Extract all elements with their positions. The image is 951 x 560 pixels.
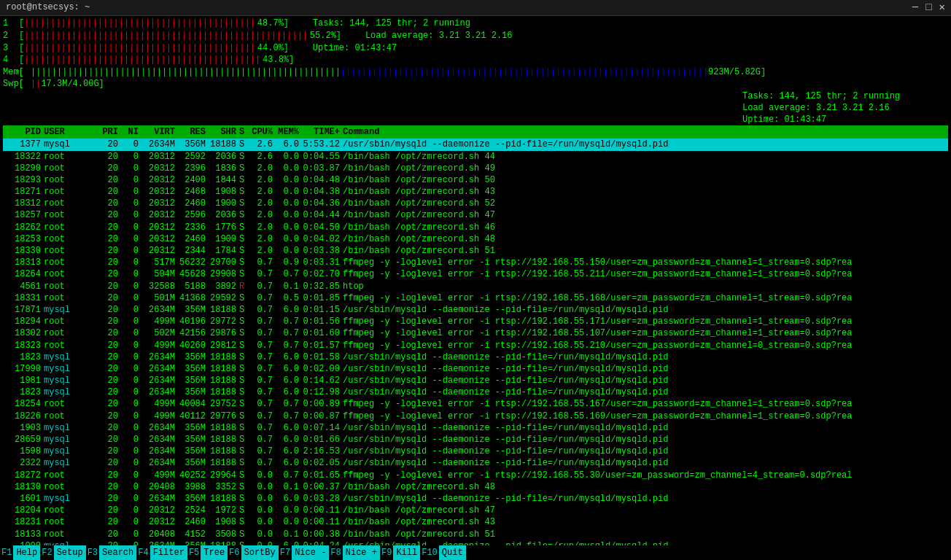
table-row[interactable]: 1823mysql2002634M356M18188S0.76.00:12.98…	[3, 386, 948, 398]
bottom-key-tree[interactable]: F5Tree	[187, 545, 228, 560]
proc-ni: 0	[121, 233, 141, 245]
minimize-button[interactable]: ─	[912, 1, 918, 15]
proc-shr: 18188	[209, 351, 239, 363]
table-row[interactable]: 18294root200499M4019629772S0.70.70:01.56…	[3, 316, 948, 327]
table-row[interactable]: 18272root200499M4025229964S0.00.70:01.65…	[3, 470, 948, 481]
proc-virt: 20312	[141, 186, 178, 198]
proc-ni: 0	[121, 209, 141, 221]
table-row[interactable]: 1598mysql2002634M356M18188S0.76.02:16.53…	[3, 446, 948, 457]
table-row[interactable]: 18231root2002031224601908S0.00.00:00.11/…	[3, 516, 948, 528]
proc-virt: 517M	[141, 257, 178, 268]
bottom-key-setup[interactable]: F2Setup	[40, 545, 85, 560]
table-row[interactable]: 4561root2003258851883892R0.70.10:32.85ht…	[3, 281, 948, 292]
proc-cmd: /usr/sbin/mysqld --daemonize --pid-file=…	[343, 139, 945, 150]
table-row[interactable]: 17990mysql2002634M356M18188S0.76.00:02.0…	[3, 363, 948, 375]
proc-user: root	[44, 505, 95, 516]
table-row[interactable]: 18330root2002031223441784S2.00.00:03.38/…	[3, 245, 948, 257]
bottom-key-filter[interactable]: F4Filter	[136, 545, 187, 560]
table-row[interactable]: 18204root2002031225241972S0.00.00:00.11/…	[3, 505, 948, 516]
table-row[interactable]: 17871mysql2002634M356M18188S0.76.00:01.1…	[3, 304, 948, 316]
proc-res: 356M	[178, 434, 209, 446]
table-row[interactable]: 18253root2002031224601900S2.00.00:04.02/…	[3, 233, 948, 245]
proc-cpu: 0.0	[249, 505, 276, 516]
cpu-pct: 43.8%]	[260, 54, 297, 66]
table-row[interactable]: 18322root2002031225922036S2.60.00:04.55/…	[3, 151, 948, 163]
bottom-key-nice+[interactable]: F8Nice +	[329, 545, 380, 560]
table-row[interactable]: 18264root200504M4562829908S0.70.70:02.70…	[3, 268, 948, 280]
proc-mem: 0.0	[276, 222, 302, 233]
bottom-key-nice-[interactable]: F7Nice -	[279, 545, 330, 560]
table-row[interactable]: 1903mysql2002634M356M18188S0.76.00:07.14…	[3, 422, 948, 434]
table-row[interactable]: 1601mysql2002634M356M18188S0.06.00:03.28…	[3, 493, 948, 505]
table-row[interactable]: 28659mysql2002634M356M18188S0.76.00:01.6…	[3, 434, 948, 446]
table-row[interactable]: 18302root200502M4215629876S0.70.70:01.60…	[3, 327, 948, 339]
cpu-bar: ||||||||||||||||||||||||||||||||||||||||…	[24, 18, 255, 30]
table-row[interactable]: 1377mysql2002634M356M18188S2.66.05:53.12…	[3, 139, 948, 150]
proc-res: 356M	[178, 351, 209, 363]
proc-time: 0:07.14	[302, 422, 343, 434]
cpu-number: 2	[3, 30, 19, 42]
proc-user: root	[44, 340, 95, 351]
proc-ni: 0	[121, 151, 141, 163]
table-row[interactable]: 18254root200499M4008429752S0.70.70:00.89…	[3, 398, 948, 410]
table-row[interactable]: 18271root2002031224681908S2.00.00:04.38/…	[3, 186, 948, 198]
proc-time: 0:02.00	[302, 363, 343, 375]
proc-pri: 20	[95, 151, 121, 163]
proc-s: S	[239, 163, 249, 174]
proc-time: 0:01.15	[302, 304, 343, 316]
proc-virt: 2634M	[141, 139, 178, 150]
proc-ni: 0	[121, 222, 141, 233]
bottom-key-kill[interactable]: F9Kill	[380, 545, 420, 560]
proc-cpu: 0.7	[249, 268, 276, 280]
bottom-key-sortby[interactable]: F6SortBy	[228, 545, 279, 560]
table-row[interactable]: 18130root2002040839883352S0.00.10:00.37/…	[3, 481, 948, 493]
proc-pri: 20	[95, 470, 121, 481]
proc-cpu: 0.7	[249, 411, 276, 422]
proc-pid: 18271	[6, 186, 44, 198]
proc-cmd: ffmpeg -y -loglevel error -i rtsp://192.…	[343, 470, 945, 481]
table-row[interactable]: 18323root200499M4026029812S0.70.70:01.57…	[3, 340, 948, 351]
proc-pri: 20	[95, 209, 121, 221]
proc-pid: 18231	[6, 516, 44, 528]
proc-time: 0:12.98	[302, 386, 343, 398]
proc-res: 2396	[178, 163, 209, 174]
table-row[interactable]: 1823mysql2002634M356M18188S0.76.00:01.58…	[3, 351, 948, 363]
proc-res: 356M	[178, 386, 209, 398]
proc-virt: 2634M	[141, 434, 178, 446]
table-row[interactable]: 18331root200501M4136829592S0.70.50:01.85…	[3, 292, 948, 304]
proc-pid: 1601	[6, 493, 44, 505]
close-button[interactable]: ✕	[939, 1, 945, 15]
proc-shr: 1844	[209, 174, 239, 186]
table-row[interactable]: 18293root2002031224001844S2.00.00:04.48/…	[3, 174, 948, 186]
proc-user: root	[44, 163, 95, 174]
table-row[interactable]: 18226root200499M4011229776S0.70.70:00.87…	[3, 411, 948, 422]
table-row[interactable]: 1981mysql2002634M356M18188S0.76.00:14.62…	[3, 375, 948, 386]
key-label: Help	[13, 545, 40, 560]
proc-virt: 20312	[141, 245, 178, 257]
table-row[interactable]: 18262root2002031223361776S2.00.00:04.50/…	[3, 222, 948, 233]
proc-cpu: 0.7	[249, 351, 276, 363]
proc-res: 356M	[178, 493, 209, 505]
table-row[interactable]: 18312root2002031224601900S2.00.00:04.36/…	[3, 198, 948, 209]
bottom-key-quit[interactable]: F10Quit	[420, 545, 465, 560]
table-row[interactable]: 18133root2002040841523508S0.00.10:00.38/…	[3, 529, 948, 540]
table-row[interactable]: 18313root200517M5623229700S0.70.90:03.31…	[3, 257, 948, 268]
proc-user: mysql	[44, 457, 95, 469]
table-row[interactable]: 2322mysql2002634M356M18188S0.76.00:02.05…	[3, 457, 948, 469]
maximize-button[interactable]: □	[925, 1, 931, 15]
proc-cpu: 0.7	[249, 386, 276, 398]
bottom-key-help[interactable]: F1Help	[0, 545, 40, 560]
proc-res: 4152	[178, 529, 209, 540]
bottom-key-search[interactable]: F3Search	[86, 545, 137, 560]
proc-pri: 20	[95, 434, 121, 446]
swp-line: Swp[||17.3M/4.00G]	[3, 78, 948, 90]
proc-cpu: 0.7	[249, 340, 276, 351]
table-row[interactable]: 18290root2002031223961836S2.00.00:03.87/…	[3, 163, 948, 174]
window-controls[interactable]: ─ □ ✕	[912, 1, 945, 15]
table-row[interactable]: 18257root2002031225962036S2.00.00:04.44/…	[3, 209, 948, 221]
proc-s: S	[239, 481, 249, 493]
proc-s: S	[239, 304, 249, 316]
proc-s: S	[239, 139, 249, 150]
key-label: Kill	[393, 545, 420, 560]
proc-user: mysql	[44, 351, 95, 363]
